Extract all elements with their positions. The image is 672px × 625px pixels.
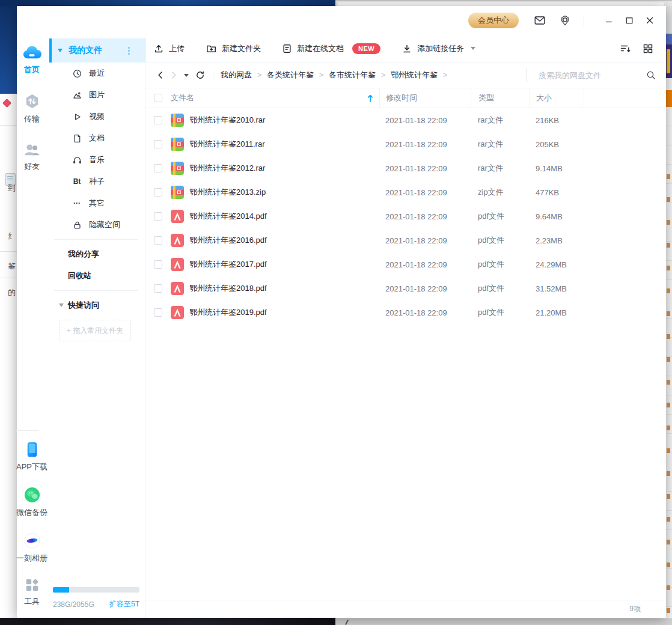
minimize-button[interactable] <box>601 13 617 28</box>
row-checkbox[interactable] <box>154 308 162 317</box>
row-checkbox[interactable] <box>154 212 162 221</box>
background-glyph: 鉴 <box>8 261 17 272</box>
nav-tools[interactable]: 工具 <box>16 578 47 607</box>
add-link-task-button[interactable]: 添加链接任务 <box>402 43 475 54</box>
file-name[interactable]: 鄂州统计年鉴2014.pdf <box>189 211 379 222</box>
file-name[interactable]: 鄂州统计年鉴2019.pdf <box>189 307 379 318</box>
settings-gear-icon[interactable] <box>560 15 570 26</box>
music-icon <box>72 155 82 165</box>
file-modified-time: 2021-01-18 22:09 <box>379 236 471 245</box>
row-checkbox[interactable] <box>154 188 162 197</box>
table-row[interactable]: 鄂州统计年鉴2013.zip 2021-01-18 22:09 zip文件 47… <box>146 180 666 204</box>
file-size: 24.29MB <box>530 260 584 269</box>
row-checkbox[interactable] <box>154 284 162 293</box>
sidebar-section-quick-access[interactable]: 快捷访问 <box>47 294 145 316</box>
search-input[interactable] <box>537 70 641 81</box>
tools-icon <box>25 578 39 592</box>
breadcrumb-item[interactable]: 鄂州统计年鉴 <box>391 70 438 81</box>
background-glyph: 的 <box>8 287 17 298</box>
file-name[interactable]: 鄂州统计年鉴2011.rar <box>189 139 379 150</box>
table-row[interactable]: 鄂州统计年鉴2018.pdf 2021-01-18 22:09 pdf文件 31… <box>146 276 666 300</box>
nav-transfer[interactable]: 传输 <box>24 93 40 124</box>
refresh-button[interactable] <box>194 69 207 82</box>
upload-button[interactable]: 上传 <box>154 43 185 54</box>
new-folder-button[interactable]: 新建文件夹 <box>206 43 261 54</box>
sidebar-item-documents[interactable]: 文档 <box>47 127 145 149</box>
sidebar-item-pictures[interactable]: 图片 <box>47 84 145 106</box>
sidebar-item-other[interactable]: ··· 其它 <box>47 192 145 214</box>
breadcrumb-item[interactable]: 我的网盘 <box>221 70 252 81</box>
sidebar-item-torrents[interactable]: Bt 种子 <box>47 171 145 192</box>
sidebar-item-recycle-bin[interactable]: 回收站 <box>47 265 145 287</box>
file-modified-time: 2021-01-18 22:09 <box>379 164 471 173</box>
sidebar-item-my-files[interactable]: 我的文件 <box>49 38 145 62</box>
table-row[interactable]: 鄂州统计年鉴2010.rar 2021-01-18 22:09 rar文件 21… <box>146 108 666 132</box>
row-checkbox[interactable] <box>154 260 162 269</box>
table-row[interactable]: 鄂州统计年鉴2012.rar 2021-01-18 22:09 rar文件 9.… <box>146 156 666 180</box>
nav-wechat-backup[interactable]: 微信备份 <box>16 487 47 518</box>
upload-icon <box>154 44 163 53</box>
statusbar: 9项 <box>146 600 666 618</box>
forward-button[interactable] <box>167 69 180 82</box>
member-center-button[interactable]: 会员中心 <box>468 13 519 28</box>
row-checkbox[interactable] <box>154 116 162 124</box>
mail-icon[interactable] <box>534 15 545 26</box>
more-dots-icon: ··· <box>72 198 82 208</box>
file-name[interactable]: 鄂州统计年鉴2013.zip <box>189 187 379 198</box>
file-name[interactable]: 鄂州统计年鉴2016.pdf <box>189 235 379 246</box>
close-button[interactable] <box>642 13 658 28</box>
collapse-triangle-icon[interactable] <box>59 303 64 307</box>
sidebar-item-my-shares[interactable]: 我的分享 <box>47 243 145 265</box>
breadcrumb-item[interactable]: 各市统计年鉴 <box>329 70 376 81</box>
pdf-file-icon <box>171 258 184 271</box>
search-icon[interactable] <box>646 70 656 81</box>
nav-photo-album[interactable]: 一刻相册 <box>16 532 47 564</box>
sidebar-item-music[interactable]: 音乐 <box>47 149 145 171</box>
sidebar-item-videos[interactable]: 视频 <box>47 106 145 127</box>
background-logo <box>2 99 12 108</box>
sidebar-item-recent[interactable]: 最近 <box>47 62 145 84</box>
grid-view-icon[interactable] <box>642 43 654 55</box>
table-row[interactable]: 鄂州统计年鉴2019.pdf 2021-01-18 22:09 pdf文件 21… <box>146 300 666 325</box>
table-row[interactable]: 鄂州统计年鉴2016.pdf 2021-01-18 22:09 pdf文件 2.… <box>146 228 666 252</box>
nav-rail: 首页 传输 好友 <box>17 35 47 618</box>
friends-icon <box>23 142 40 157</box>
select-all-checkbox[interactable] <box>154 94 162 102</box>
file-name[interactable]: 鄂州统计年鉴2010.rar <box>189 115 379 126</box>
nav-home[interactable]: 首页 <box>22 44 42 75</box>
row-checkbox[interactable] <box>154 140 162 148</box>
sidebar-item-hidden-space[interactable]: 隐藏空间 <box>47 214 145 236</box>
file-type: pdf文件 <box>471 283 530 294</box>
file-name[interactable]: 鄂州统计年鉴2018.pdf <box>189 283 379 294</box>
file-name[interactable]: 鄂州统计年鉴2017.pdf <box>189 259 379 270</box>
column-header-size[interactable]: 大小 <box>530 88 584 108</box>
new-online-doc-button[interactable]: 新建在线文档 <box>283 43 344 54</box>
row-checkbox[interactable] <box>154 236 162 245</box>
chevron-down-icon[interactable] <box>471 47 475 50</box>
sort-ascending-icon[interactable] <box>367 94 373 102</box>
file-type: rar文件 <box>471 139 530 150</box>
breadcrumb: 我的网盘 > 各类统计年鉴 > 各市统计年鉴 > 鄂州统计年鉴 > <box>221 70 447 81</box>
table-row[interactable]: 鄂州统计年鉴2017.pdf 2021-01-18 22:09 pdf文件 24… <box>146 252 666 276</box>
row-checkbox[interactable] <box>154 164 162 172</box>
column-header-type[interactable]: 类型 <box>471 88 530 108</box>
file-name[interactable]: 鄂州统计年鉴2012.rar <box>189 163 379 174</box>
expand-triangle-icon[interactable] <box>58 49 63 52</box>
nav-app-download[interactable]: APP下载 <box>16 442 47 472</box>
table-row[interactable]: 鄂州统计年鉴2011.rar 2021-01-18 22:09 rar文件 20… <box>146 132 666 156</box>
more-options-icon[interactable] <box>128 47 130 55</box>
document-icon <box>72 133 82 143</box>
sort-order-icon[interactable] <box>619 43 631 55</box>
storage-upgrade-link[interactable]: 扩容至5T <box>109 599 139 609</box>
back-button[interactable] <box>154 69 167 82</box>
quick-access-drop-zone[interactable]: + 拖入常用文件夹 <box>59 320 131 341</box>
history-dropdown-icon[interactable] <box>184 74 189 77</box>
table-row[interactable]: 鄂州统计年鉴2014.pdf 2021-01-18 22:09 pdf文件 9.… <box>146 204 666 228</box>
maximize-button[interactable] <box>622 13 637 28</box>
breadcrumb-item[interactable]: 各类统计年鉴 <box>267 70 314 81</box>
nav-friends[interactable]: 好友 <box>23 142 40 172</box>
column-header-name[interactable]: 文件名 <box>171 93 194 103</box>
pathbar-divider <box>213 70 213 81</box>
sidebar-divider <box>54 239 138 240</box>
column-header-modified-time[interactable]: 修改时间 <box>379 88 471 108</box>
